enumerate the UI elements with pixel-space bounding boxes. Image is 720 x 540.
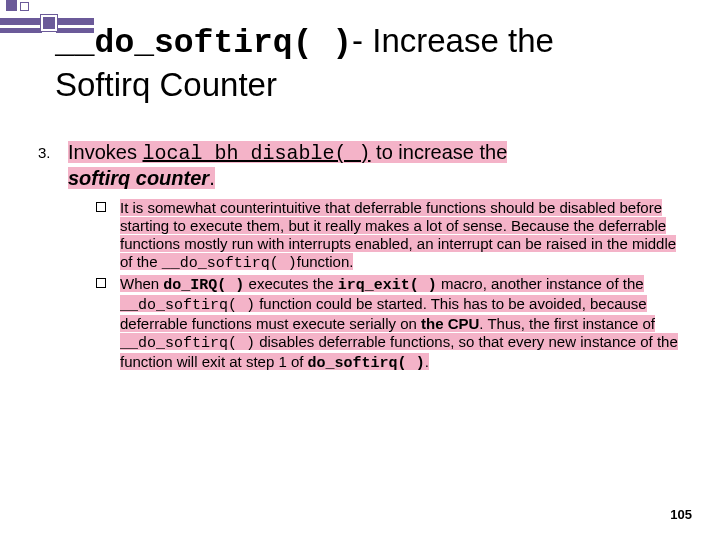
bullet-icon (96, 278, 106, 288)
title-rest1: - Increase the (352, 22, 554, 59)
sub-list: It is somewhat counterintuitive that def… (96, 199, 690, 373)
item3-bi: softirq counter (68, 167, 209, 189)
sub2-b1: the CPU (421, 315, 479, 332)
sub2-p7: . (425, 353, 429, 370)
sub2-c2: irq_exit( ) (338, 277, 437, 294)
sub2-c1: do_IRQ( ) (163, 277, 244, 294)
title-code: __do_softirq( ) (55, 25, 352, 62)
sub2-p1: When (120, 275, 163, 292)
list-item-3: Invokes local_bh_disable( ) to increase … (68, 140, 690, 191)
slide-title: __do_softirq( )- Increase the Softirq Co… (55, 20, 690, 106)
sub2-c3: __do_softirq( ) (120, 297, 255, 314)
list-number: 3. (38, 144, 51, 161)
sub2-c5: do_softirq( ) (308, 355, 425, 372)
sub1-c1: __do_softirq( ) (162, 255, 297, 272)
title-line2: Softirq Counter (55, 66, 277, 103)
bullet-icon (96, 202, 106, 212)
body-content: 3. Invokes local_bh_disable( ) to increa… (38, 140, 690, 375)
sub2-c4: __do_softirq( ) (120, 335, 255, 352)
item3-t2: to increase the (371, 141, 508, 163)
sub2-p3: macro, another instance of the (437, 275, 644, 292)
sub-item-2: When do_IRQ( ) executes the irq_exit( ) … (96, 275, 690, 373)
item3-t1: Invokes (68, 141, 142, 163)
item3-code: local_bh_disable( ) (142, 142, 370, 165)
sub2-p5: . Thus, the first instance of (479, 315, 655, 332)
sub1-p2: function. (297, 253, 354, 270)
page-number: 105 (670, 507, 692, 522)
sub2-p2: executes the (244, 275, 337, 292)
sub-item-1: It is somewhat counterintuitive that def… (96, 199, 690, 273)
item3-t3: . (209, 167, 215, 189)
